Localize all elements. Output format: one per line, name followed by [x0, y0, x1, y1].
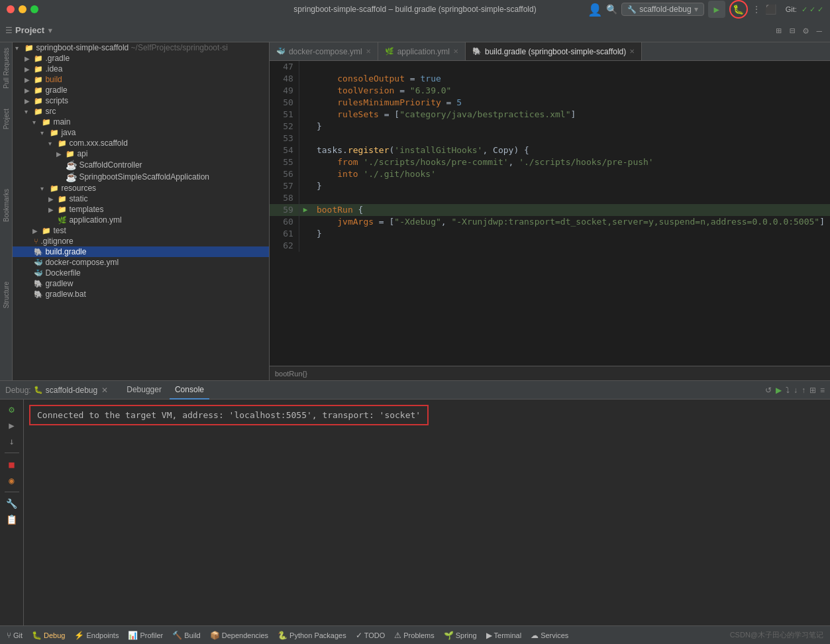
tab-close-icon[interactable]: ✕ — [453, 48, 458, 55]
step-into-icon[interactable]: ↓ — [794, 386, 798, 395]
expand-all-icon[interactable]: ⊞ — [773, 24, 784, 37]
titlebar-right: 👤 🔍 🔧 scaffold-debug ▾ ▶ 🐛 ⋮ ⬛ Git: ✓ ✓ … — [588, 0, 823, 19]
tab-close-icon[interactable]: ✕ — [629, 48, 635, 55]
resume-icon[interactable]: ▶ — [776, 386, 782, 395]
tree-item[interactable]: ▶ 📁 api — [13, 148, 269, 159]
more-btn[interactable]: ⋮ — [752, 4, 761, 15]
tree-item[interactable]: ▾ 📁 com.xxx.scaffold — [13, 138, 269, 148]
window-controls[interactable] — [7, 5, 38, 13]
status-todo[interactable]: ✓ TODO — [352, 626, 389, 645]
down-btn[interactable]: ↓ — [5, 434, 19, 449]
code-line: 60 jvmArgs = ["-Xdebug", "-Xrunjdwp:tran… — [270, 216, 830, 228]
close-btn[interactable] — [7, 5, 15, 13]
sidebar-toggle-icon[interactable]: ☰ — [5, 26, 13, 35]
tree-item[interactable]: ▾ 📁 java — [13, 127, 269, 138]
main-area: Pull Requests Project Bookmarks Structur… — [0, 42, 830, 380]
tree-item[interactable]: ▶ ⑂ .gitignore — [13, 236, 269, 246]
tree-root[interactable]: ▾ 📁 springboot-simple-scaffold ~/SelfPro… — [13, 42, 269, 53]
run-button[interactable]: ▶ — [708, 1, 725, 18]
tree-item-label: .gradle — [45, 54, 70, 63]
tab-debugger[interactable]: Debugger — [121, 381, 167, 400]
collapse-all-icon[interactable]: ⊟ — [787, 24, 798, 37]
status-terminal[interactable]: ▶ Terminal — [482, 626, 526, 645]
tree-item[interactable]: ▶ 📁 test — [13, 225, 269, 236]
tree-item[interactable]: ▶ 🐳 docker-compose.yml — [13, 257, 269, 268]
step-out-icon[interactable]: ↑ — [802, 386, 805, 395]
gradlew-bat-icon: 🐘 — [34, 290, 43, 299]
structure-label[interactable]: Structure — [3, 279, 10, 311]
debug-button[interactable]: 🐛 — [729, 0, 748, 19]
status-dependencies[interactable]: 📦 Dependencies — [206, 626, 272, 645]
status-build[interactable]: 🔨 Build — [168, 626, 204, 645]
arrow-icon: ▶ — [32, 227, 42, 235]
code-editor-panel: 🐳 docker-compose.yml ✕ 🌿 application.yml… — [270, 42, 830, 380]
status-debug[interactable]: 🐛 Debug — [28, 626, 69, 645]
status-git-label: Git — [13, 631, 23, 639]
tree-item[interactable]: ▶ 📁 static — [13, 193, 269, 204]
tree-item[interactable]: ▾ 📁 main — [13, 117, 269, 127]
status-services[interactable]: ☁ Services — [527, 626, 572, 645]
folder-icon: 📁 — [34, 107, 43, 116]
status-profiler[interactable]: 📊 Profiler — [124, 626, 167, 645]
tree-item[interactable]: ▶ 🌿 application.yml — [13, 215, 269, 225]
tree-item[interactable]: ▶ ☕ ScaffoldController — [13, 159, 269, 171]
debug-label: Debug: — [5, 386, 31, 395]
project-side-label[interactable]: Project — [3, 106, 10, 132]
search-btn[interactable]: 🔍 — [606, 4, 617, 15]
tab-console[interactable]: Console — [170, 381, 209, 400]
tree-item[interactable]: ▶ 📁 gradle — [13, 85, 269, 95]
tree-item[interactable]: ▶ ☕ SpringbootSimpleScaffoldApplication — [13, 171, 269, 183]
dump-threads-btn[interactable]: 📋 — [5, 512, 19, 527]
code-line: 50 rulesMinimumPriority = 5 — [270, 97, 830, 109]
tree-item[interactable]: ▶ 🐘 gradlew — [13, 278, 269, 289]
gradlew-file-icon: 🐘 — [34, 280, 43, 288]
pull-requests-label[interactable]: Pull Requests — [3, 45, 10, 91]
evaluate-icon[interactable]: ≡ — [820, 386, 825, 395]
settings-icon[interactable]: ⚙ — [800, 24, 811, 37]
tab-build-gradle[interactable]: 🐘 build.gradle (springboot-simple-scaffo… — [466, 42, 642, 61]
tab-docker-compose[interactable]: 🐳 docker-compose.yml ✕ — [270, 42, 378, 61]
tree-item[interactable]: ▶ 📁 templates — [13, 204, 269, 215]
tree-item[interactable]: ▶ 🐘 gradlew.bat — [13, 289, 269, 299]
step-over-icon[interactable]: ⤵ — [786, 386, 790, 395]
code-area[interactable]: 47 48 consoleOutput = true 49 toolVersio… — [270, 61, 830, 366]
tree-item[interactable]: ▶ 📁 build — [13, 74, 269, 85]
tab-close-icon[interactable]: ✕ — [366, 48, 371, 55]
status-git[interactable]: ⑂ Git — [3, 626, 26, 645]
tab-application-yml[interactable]: 🌿 application.yml ✕ — [378, 42, 466, 61]
pause-btn[interactable]: ▶ — [5, 418, 19, 433]
restart-debug-btn[interactable]: ⚙ — [5, 402, 19, 417]
mute-btn[interactable]: ◉ — [5, 473, 19, 488]
tree-item[interactable]: ▾ 📁 src — [13, 106, 269, 117]
build-icon: 🔨 — [172, 631, 182, 640]
status-endpoints[interactable]: ⚡ Endpoints — [70, 626, 123, 645]
tree-item[interactable]: ▶ 📁 scripts — [13, 95, 269, 106]
minus-icon[interactable]: — — [814, 24, 825, 37]
back-btn[interactable]: 👤 — [588, 3, 602, 17]
stop-btn[interactable]: ⬛ — [765, 4, 776, 15]
bookmarks-label[interactable]: Bookmarks — [3, 186, 10, 225]
code-line: 47 — [270, 61, 830, 73]
tree-item[interactable]: ▶ 📁 .gradle — [13, 53, 269, 64]
code-line: 53 — [270, 133, 830, 144]
tree-item[interactable]: ▶ 📁 .idea — [13, 64, 269, 74]
tree-item[interactable]: ▶ 🐳 Dockerfile — [13, 268, 269, 278]
run-config[interactable]: 🔧 scaffold-debug ▾ — [621, 3, 704, 16]
status-spring[interactable]: 🌱 Spring — [440, 626, 481, 645]
profiler-icon: 📊 — [128, 631, 138, 640]
tree-item-build-gradle[interactable]: ▶ 🐘 build.gradle — [13, 246, 269, 257]
tab-bar: 🐳 docker-compose.yml ✕ 🌿 application.yml… — [270, 42, 830, 61]
status-python-packages[interactable]: 🐍 Python Packages — [274, 626, 350, 645]
rerun-icon[interactable]: ↺ — [765, 386, 772, 395]
tree-item[interactable]: ▾ 📁 resources — [13, 183, 269, 193]
debug-session-close[interactable]: ✕ — [101, 386, 108, 395]
maximize-btn[interactable] — [30, 5, 38, 13]
minimize-btn[interactable] — [19, 5, 26, 13]
settings-debug-btn[interactable]: 🔧 — [5, 496, 19, 511]
run-to-cursor-icon[interactable]: ⊞ — [809, 386, 816, 395]
line-number: 57 — [270, 180, 299, 192]
tree-item-label: docker-compose.yml — [45, 258, 119, 267]
tree-item-label: .gitignore — [40, 237, 73, 246]
stop-debug-btn[interactable]: ■ — [5, 457, 19, 472]
status-problems[interactable]: ⚠ Problems — [390, 626, 438, 645]
